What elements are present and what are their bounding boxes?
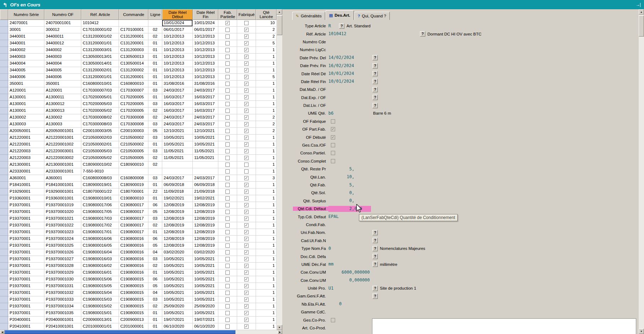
cell-qte-lancee[interactable]: 2 [256, 114, 277, 121]
cell-qte-lancee[interactable]: 1 [256, 317, 277, 323]
cell-ligne[interactable]: 03 [148, 175, 162, 182]
art-co-prod-field[interactable] [372, 318, 636, 334]
cell-numero-of[interactable]: 350001 [44, 81, 81, 87]
field-value-coe-conv-um[interactable]: 0,000000 [328, 277, 371, 283]
grid-scroll-down-button[interactable]: ▼ [277, 325, 282, 330]
cell-fab-partielle[interactable] [218, 209, 237, 215]
cell-date-reel-fin[interactable]: 10/05/2021 [193, 269, 218, 276]
checkbox-fab-partielle[interactable] [225, 270, 230, 275]
cell-date-reel-fin[interactable]: 10/05/2021 [193, 296, 218, 303]
checkbox-fabrique[interactable]: ✓ [244, 95, 249, 99]
cell-ref-article[interactable]: C190800015/06 [81, 276, 119, 283]
cell-qte-lancee[interactable]: 1 [256, 229, 277, 236]
cell-qte-lancee[interactable]: 1 [256, 296, 277, 303]
cell-fabrique[interactable]: ✓ [237, 229, 256, 236]
cell-date-reel-debut[interactable]: 16/03/2017 [162, 94, 193, 101]
cell-ligne[interactable]: 03 [148, 296, 162, 303]
help-button-date-r-el-d[interactable]: ? [372, 71, 378, 76]
field-value-gamme-cdc[interactable] [328, 309, 371, 315]
cell-qte-lancee[interactable]: 1 [256, 215, 277, 222]
cell-date-reel-debut[interactable]: 25/09/2020 [162, 303, 193, 310]
grid-hscroll-track[interactable] [235, 330, 278, 334]
checkbox-ges-csa-of[interactable] [331, 143, 335, 147]
cell-commande[interactable] [119, 168, 148, 175]
cell-numero-of[interactable]: 24070001001 [44, 20, 81, 27]
cell-ligne[interactable]: 01 [148, 94, 162, 101]
cell-numero-serie[interactable]: A21220001 [8, 135, 44, 141]
row-header[interactable] [0, 155, 8, 161]
cell-date-reel-fin[interactable]: 10/05/2021 [193, 141, 218, 148]
cell-fabrique[interactable]: ✓ [237, 269, 256, 276]
panel-vscroll-track[interactable] [639, 37, 644, 329]
checkbox-fab-partielle[interactable] [225, 183, 230, 187]
cell-ref-article[interactable]: C131200002/01 [81, 67, 119, 74]
cell-ref-article[interactable]: 7-550-9010 [81, 168, 119, 175]
row-header[interactable] [0, 108, 8, 114]
cell-numero-serie[interactable]: P18410001 [8, 182, 44, 188]
cell-commande[interactable]: C130500014 [119, 60, 148, 67]
row-header[interactable] [0, 256, 8, 263]
cell-date-reel-fin[interactable]: 24/03/2017 [193, 87, 218, 94]
cell-date-reel-fin[interactable]: 10/12/2013 [193, 40, 218, 47]
cell-qte-lancee[interactable]: 1 [256, 276, 277, 283]
cell-commande[interactable]: C180700001 [119, 188, 148, 195]
help-button-date-pr-v-del[interactable]: ? [372, 55, 378, 60]
checkbox-fabrique[interactable] [244, 169, 249, 174]
row-header[interactable] [0, 114, 8, 121]
cell-commande[interactable]: C190800016 [119, 242, 148, 249]
checkbox-fabrique[interactable]: ✓ [244, 284, 249, 288]
cell-date-reel-debut[interactable]: 10/05/2021 [162, 276, 193, 283]
cell-numero-of[interactable]: A360001 [44, 175, 81, 182]
field-value-doc-cdi-d-fa[interactable] [328, 253, 371, 259]
cell-date-reel-fin[interactable]: 10/05/2021 [193, 283, 218, 290]
checkbox-fab-partielle[interactable] [225, 217, 230, 221]
row-header[interactable] [0, 101, 8, 108]
cell-numero-of[interactable]: 34400012 [44, 40, 81, 47]
cell-qte-lancee[interactable]: 1 [256, 155, 277, 161]
cell-fab-partielle[interactable] [218, 202, 237, 209]
checkbox-of-d-but[interactable]: ✓ [331, 135, 335, 139]
cell-date-reel-debut[interactable]: 06/09/2018 [162, 182, 193, 188]
cell-numero-serie[interactable]: A21220003 [8, 155, 44, 161]
cell-ref-article[interactable]: C210500002/03 [81, 135, 119, 141]
cell-fabrique[interactable]: ✓ [237, 188, 256, 195]
cell-date-reel-fin[interactable]: 10/12/2013 [193, 74, 218, 81]
help-button-ume-d-c-fat[interactable]: ? [372, 262, 378, 267]
cell-qte-lancee[interactable]: 5 [256, 74, 277, 81]
cell-ref-article[interactable]: C170300008/02 [81, 114, 119, 121]
checkbox-ges-co-pro[interactable] [331, 318, 335, 322]
cell-numero-of[interactable]: P19370001023 [44, 229, 81, 236]
cell-numero-of[interactable]: A130003 [44, 121, 81, 128]
cell-fab-partielle[interactable] [218, 195, 237, 202]
field-value-r-f-article[interactable]: 1010412 [328, 31, 419, 37]
checkbox-fab-partielle[interactable] [225, 237, 230, 241]
checkbox-fab-partielle[interactable] [225, 95, 230, 99]
checkbox-fab-partielle[interactable] [225, 257, 230, 261]
checkbox-fab-partielle[interactable] [225, 156, 230, 160]
cell-commande[interactable]: C200100003 [119, 128, 148, 135]
cell-commande[interactable]: C131200002 [119, 67, 148, 74]
field-value-num-ro-cde[interactable] [328, 39, 371, 45]
cell-numero-of[interactable]: P19360001001 [44, 195, 81, 202]
cell-date-reel-debut[interactable]: 16/03/2017 [162, 101, 193, 108]
cell-commande[interactable]: C190800010 [119, 195, 148, 202]
cell-date-reel-fin[interactable] [193, 168, 218, 175]
cell-date-reel-fin[interactable]: 12/08/2019 [193, 242, 218, 249]
cell-ref-article[interactable]: C131200001/01 [81, 74, 119, 81]
cell-qte-lancee[interactable]: 1 [256, 182, 277, 188]
cell-qte-lancee[interactable]: 1 [256, 249, 277, 256]
cell-ligne[interactable]: 02 [148, 33, 162, 40]
checkbox-fabrique[interactable]: ✓ [244, 243, 249, 248]
help-button-date-pr-v-fin[interactable]: ? [372, 63, 378, 69]
checkbox-fab-partielle[interactable] [225, 304, 230, 308]
row-header[interactable] [0, 283, 8, 290]
cell-ref-article[interactable]: C131200003/01 [81, 47, 119, 54]
cell-date-reel-fin[interactable]: 10/12/2013 [193, 33, 218, 40]
field-value-unit-pro[interactable]: U1 [328, 285, 371, 291]
cell-date-reel-fin[interactable]: 12/08/2019 [193, 236, 218, 242]
cell-ligne[interactable]: 03 [148, 121, 162, 128]
cell-qte-lancee[interactable]: 1 [256, 161, 277, 168]
panel-scroll-down-button[interactable]: ▼ [639, 329, 644, 334]
cell-numero-of[interactable]: P19370001025 [44, 242, 81, 249]
cell-ref-article[interactable]: C190800015/05 [81, 283, 119, 290]
